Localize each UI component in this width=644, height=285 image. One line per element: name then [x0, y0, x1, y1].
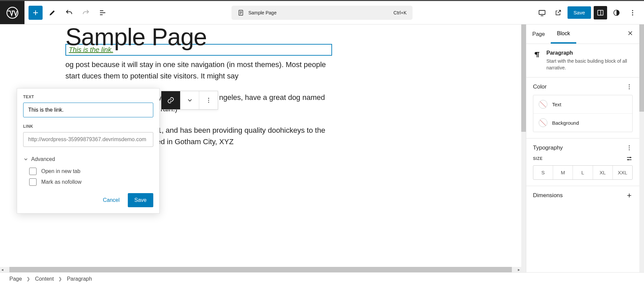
- save-button[interactable]: Save: [568, 6, 591, 19]
- advanced-toggle[interactable]: Advanced: [23, 156, 153, 162]
- size-xl[interactable]: XL: [593, 166, 612, 179]
- toolbar-left: [24, 6, 114, 20]
- chevron-right-icon: ❯: [26, 276, 30, 281]
- link-url-input[interactable]: [23, 132, 153, 147]
- color-panel: Color Text Background: [526, 77, 639, 138]
- swatch-none-icon: [539, 118, 547, 127]
- plus-icon: [32, 9, 40, 17]
- undo-button[interactable]: [62, 6, 76, 20]
- vertical-scroll-thumb[interactable]: [521, 24, 526, 132]
- svg-rect-3: [598, 10, 603, 15]
- size-s[interactable]: S: [533, 166, 553, 179]
- swatch-none-icon: [539, 100, 547, 109]
- close-icon: [627, 30, 633, 36]
- settings-slider-icon[interactable]: [626, 155, 633, 162]
- chevron-right-icon: ❯: [58, 276, 62, 281]
- size-label: SIZE: [533, 156, 543, 161]
- redo-icon: [82, 9, 90, 17]
- typography-panel: Typography SIZE S M L XL XXL: [526, 138, 639, 186]
- plus-icon[interactable]: [626, 192, 633, 199]
- link-text-input[interactable]: [23, 103, 153, 117]
- horizontal-scrollbar[interactable]: ◄ ►: [0, 267, 521, 272]
- size-m[interactable]: M: [553, 166, 573, 179]
- link-field-label: LINK: [23, 124, 153, 129]
- breadcrumb: Page ❯ Content ❯ Paragraph: [0, 272, 644, 285]
- sidebar-toggle-button[interactable]: [594, 6, 607, 19]
- inspector-scroll-thumb[interactable]: [639, 24, 644, 112]
- color-text-row[interactable]: Text: [533, 95, 632, 113]
- desktop-icon: [538, 9, 546, 17]
- svg-point-10: [208, 102, 209, 103]
- open-external-button[interactable]: [551, 6, 565, 19]
- svg-point-9: [208, 100, 209, 101]
- pencil-icon: [48, 9, 56, 17]
- wordpress-logo[interactable]: [0, 1, 24, 24]
- svg-point-7: [632, 14, 633, 15]
- crumb-page[interactable]: Page: [9, 276, 22, 282]
- more-vertical-icon[interactable]: [626, 145, 633, 151]
- svg-point-17: [630, 157, 631, 158]
- view-button[interactable]: [535, 6, 549, 19]
- dimensions-panel[interactable]: Dimensions: [526, 186, 639, 205]
- options-button[interactable]: [626, 6, 639, 19]
- popover-save-button[interactable]: Save: [128, 193, 153, 207]
- command-palette-button[interactable]: Sample Page Ctrl+K: [231, 6, 413, 20]
- color-text-label: Text: [552, 102, 561, 107]
- color-panel-title: Color: [533, 83, 547, 90]
- open-new-tab-checkbox[interactable]: Open in new tab: [29, 168, 153, 175]
- redo-button[interactable]: [79, 6, 93, 20]
- scroll-right-arrow[interactable]: ►: [517, 268, 521, 272]
- inspector-scrollbar[interactable]: [639, 24, 644, 272]
- wordpress-icon: [6, 7, 18, 19]
- document-overview-button[interactable]: [96, 6, 110, 20]
- external-link-icon: [554, 9, 562, 16]
- vertical-scrollbar[interactable]: [521, 24, 526, 272]
- tab-page[interactable]: Page: [526, 24, 551, 44]
- popover-cancel-button[interactable]: Cancel: [101, 197, 122, 204]
- svg-point-14: [629, 146, 630, 147]
- svg-point-6: [632, 12, 633, 13]
- link-dropdown-button[interactable]: [180, 91, 199, 109]
- svg-point-18: [628, 159, 629, 161]
- color-background-row[interactable]: Background: [533, 113, 632, 132]
- list-icon: [99, 9, 107, 17]
- more-vertical-icon: [629, 9, 636, 16]
- close-inspector-button[interactable]: [621, 30, 639, 38]
- top-toolbar: Sample Page Ctrl+K Save: [0, 1, 644, 24]
- add-block-button[interactable]: [29, 6, 43, 20]
- svg-point-8: [208, 98, 209, 99]
- edit-button[interactable]: [45, 6, 59, 20]
- paragraph-1[interactable]: og post because it will stay in one site…: [65, 59, 335, 82]
- page-title[interactable]: Sample Page: [65, 31, 335, 44]
- editor-canvas-wrap: Sample Page This is the link. og post be…: [0, 24, 526, 272]
- link-tool-button[interactable]: [161, 91, 180, 109]
- advanced-label: Advanced: [31, 156, 55, 162]
- crumb-content[interactable]: Content: [35, 276, 54, 282]
- contrast-icon: [613, 9, 620, 16]
- scroll-left-arrow[interactable]: ◄: [0, 268, 5, 272]
- size-xxl[interactable]: XXL: [612, 166, 632, 179]
- svg-point-11: [629, 84, 630, 86]
- checkbox-icon: [29, 168, 37, 175]
- tab-block[interactable]: Block: [551, 24, 576, 44]
- more-vertical-icon[interactable]: [626, 83, 633, 90]
- checkbox-icon: [29, 178, 37, 186]
- svg-point-5: [632, 10, 633, 11]
- horizontal-scroll-thumb[interactable]: [9, 267, 512, 272]
- svg-point-13: [629, 89, 630, 90]
- link-popover: TEXT LINK Advanced Open in new tab Mark …: [17, 88, 160, 214]
- size-l[interactable]: L: [573, 166, 592, 179]
- chevron-down-icon: [186, 97, 193, 104]
- typography-panel-title: Typography: [533, 145, 563, 151]
- nofollow-checkbox[interactable]: Mark as nofollow: [29, 178, 153, 186]
- color-background-label: Background: [552, 120, 579, 126]
- block-info-panel: Paragraph Start with the basic building …: [526, 44, 639, 77]
- crumb-paragraph[interactable]: Paragraph: [67, 276, 92, 282]
- link-icon: [167, 96, 175, 104]
- open-new-tab-label: Open in new tab: [41, 168, 80, 174]
- sidebar-icon: [597, 9, 604, 16]
- toolbar-right: Save: [531, 6, 644, 19]
- block-more-button[interactable]: [199, 91, 218, 109]
- shortcut-label: Ctrl+K: [393, 10, 407, 15]
- styles-button[interactable]: [610, 6, 623, 19]
